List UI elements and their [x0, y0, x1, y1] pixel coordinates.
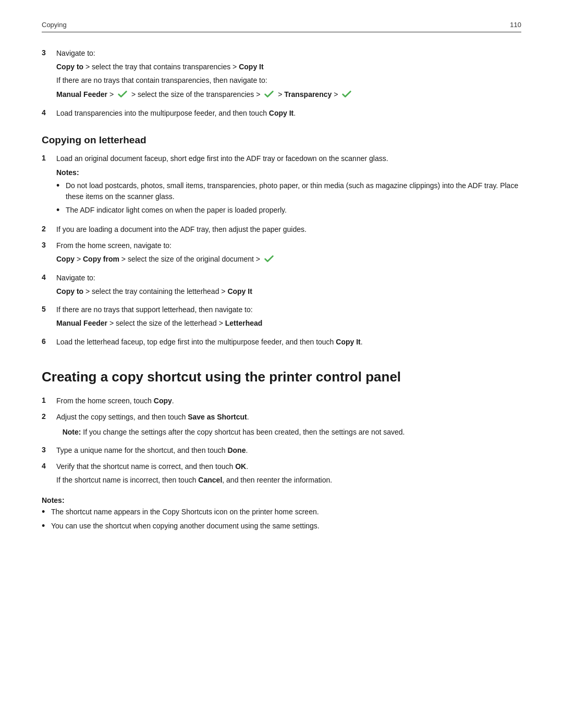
step4-copyit-bold: Copy It	[269, 109, 293, 117]
shortcut-bullet2-text: You can use the shortcut when copying an…	[51, 521, 521, 532]
shortcut-step2-note: Note: If you change the settings after t…	[56, 427, 521, 438]
letterhead-step5-content: If there are no trays that support lette…	[56, 304, 521, 331]
shortcut-step4-if: If the shortcut name is incorrect, then …	[56, 474, 521, 486]
shortcut-note-label: Note:	[63, 428, 81, 436]
letterhead-letterhead-bold: Letterhead	[225, 319, 263, 327]
letterhead-step3-content: From the home screen, navigate to: Copy …	[56, 240, 521, 267]
letterhead-step2-num: 2	[42, 224, 56, 233]
checkmark-icon-2	[263, 89, 275, 100]
letterhead-step1-num: 1	[42, 153, 56, 162]
shortcut-step4-ok-bold: OK	[235, 462, 246, 471]
step3-num: 3	[42, 48, 56, 57]
shortcut-final-notes: Notes: • The shortcut name appears in th…	[42, 496, 521, 532]
letterhead-step3-num: 3	[42, 240, 56, 249]
shortcut-step2: 2 Adjust the copy settings, and then tou…	[42, 412, 521, 440]
letterhead-step5-num: 5	[42, 304, 56, 313]
shortcut-bullet-dot-1: •	[42, 507, 51, 518]
letterhead-bullet1: • Do not load postcards, photos, small i…	[56, 180, 521, 202]
shortcut-step4-content: Verify that the shortcut name is correct…	[56, 461, 521, 488]
bullet-dot-1: •	[56, 180, 66, 192]
letterhead-step4-num: 4	[42, 273, 56, 281]
shortcut-step3-done-bold: Done	[227, 446, 246, 454]
shortcut-step1-num: 1	[42, 396, 56, 404]
page-header: Copying 110	[42, 21, 521, 32]
step3-transparency-bold: Transparency	[284, 90, 332, 98]
letterhead-copy-bold: Copy	[56, 255, 75, 263]
letterhead-copyfrom-bold: Copy from	[83, 255, 119, 263]
shortcut-step4-cancel-bold: Cancel	[198, 476, 222, 484]
header-section-title: Copying	[42, 21, 67, 29]
list-item-step4: 4 Load transparencies into the multipurp…	[42, 108, 521, 119]
shortcut-step1-content: From the home screen, touch Copy.	[56, 396, 521, 406]
shortcut-step3-content: Type a unique name for the shortcut, and…	[56, 445, 521, 456]
shortcut-step2-content: Adjust the copy settings, and then touch…	[56, 412, 521, 440]
top-numbered-list: 3 Navigate to: Copy to > select the tray…	[42, 48, 521, 119]
shortcut-numbered-list: 1 From the home screen, touch Copy. 2 Ad…	[42, 396, 521, 488]
letterhead-step6-copyit-bold: Copy It	[336, 338, 360, 346]
header-page-num: 110	[510, 21, 521, 29]
step3-if-no-trays: If there are no trays that contain trans…	[56, 75, 521, 86]
checkmark-icon-3	[341, 89, 352, 100]
shortcut-bullets: • The shortcut name appears in the Copy …	[42, 507, 521, 532]
checkmark-icon-1	[117, 89, 128, 100]
checkmark-icon-4	[263, 253, 275, 265]
list-item-step3: 3 Navigate to: Copy to > select the tray…	[42, 48, 521, 103]
shortcut-step3-num: 3	[42, 445, 56, 454]
step3-copyit-bold: Copy It	[239, 63, 263, 71]
letterhead-step5-nav: Manual Feeder > select the size of the l…	[56, 317, 521, 329]
letterhead-bullet2: • The ADF indicator light comes on when …	[56, 205, 521, 216]
letterhead-notes-label: Notes:	[56, 167, 521, 178]
step3-copyto-line: Copy to > select the tray that contains …	[56, 61, 521, 72]
letterhead-step4-content: Navigate to: Copy to > select the tray c…	[56, 273, 521, 299]
shortcut-bullet2: • You can use the shortcut when copying …	[42, 521, 521, 532]
letterhead-bullet1-text: Do not load postcards, photos, small ite…	[66, 180, 521, 202]
letterhead-step3-nav: Copy > Copy from > select the size of th…	[56, 253, 521, 265]
letterhead-step1: 1 Load an original document faceup, shor…	[42, 153, 521, 219]
shortcut-step1: 1 From the home screen, touch Copy.	[42, 396, 521, 406]
shortcut-step1-copy-bold: Copy	[154, 397, 172, 405]
page: Copying 110 3 Navigate to: Copy to > sel…	[0, 0, 563, 728]
step4-content: Load transparencies into the multipurpos…	[56, 108, 521, 119]
shortcut-bullet-dot-2: •	[42, 521, 51, 532]
letterhead-step6: 6 Load the letterhead faceup, top edge f…	[42, 337, 521, 348]
step4-num: 4	[42, 108, 56, 117]
shortcut-step4: 4 Verify that the shortcut name is corre…	[42, 461, 521, 488]
copying-letterhead-heading: Copying on letterhead	[42, 134, 521, 146]
step3-manual-feeder-line: Manual Feeder > > select the size of the…	[56, 89, 521, 101]
shortcut-bullet1-text: The shortcut name appears in the Copy Sh…	[51, 507, 521, 517]
shortcut-notes-label: Notes:	[42, 496, 521, 504]
letterhead-step5: 5 If there are no trays that support let…	[42, 304, 521, 331]
step3-content: Navigate to: Copy to > select the tray t…	[56, 48, 521, 103]
step3-copyto-bold: Copy to	[56, 63, 83, 71]
letterhead-step2-content: If you are loading a document into the A…	[56, 224, 521, 235]
letterhead-step1-content: Load an original document faceup, short …	[56, 153, 521, 219]
shortcut-step2-num: 2	[42, 412, 56, 421]
shortcut-step2-saveas-bold: Save as Shortcut	[188, 413, 247, 421]
shortcut-bullet1: • The shortcut name appears in the Copy …	[42, 507, 521, 518]
letterhead-bullet2-text: The ADF indicator light comes on when th…	[66, 205, 521, 216]
letterhead-manual-feeder-bold: Manual Feeder	[56, 319, 107, 327]
letterhead-step4-nav: Copy to > select the tray containing the…	[56, 286, 521, 297]
letterhead-copyit-bold: Copy It	[227, 287, 252, 295]
letterhead-step2: 2 If you are loading a document into the…	[42, 224, 521, 235]
shortcut-step4-num: 4	[42, 461, 56, 470]
shortcut-step3: 3 Type a unique name for the shortcut, a…	[42, 445, 521, 456]
letterhead-copyto-bold: Copy to	[56, 287, 83, 295]
step3-navigate-to: Navigate to:	[56, 49, 95, 57]
letterhead-numbered-list: 1 Load an original document faceup, shor…	[42, 153, 521, 348]
letterhead-notes-bullets: • Do not load postcards, photos, small i…	[56, 180, 521, 216]
letterhead-step4: 4 Navigate to: Copy to > select the tray…	[42, 273, 521, 299]
letterhead-step6-content: Load the letterhead faceup, top edge fir…	[56, 337, 521, 348]
creating-shortcut-heading: Creating a copy shortcut using the print…	[42, 368, 521, 386]
letterhead-step3: 3 From the home screen, navigate to: Cop…	[42, 240, 521, 267]
bullet-dot-2: •	[56, 205, 66, 216]
step3-manual-feeder-bold: Manual Feeder	[56, 90, 107, 98]
letterhead-step6-num: 6	[42, 337, 56, 346]
